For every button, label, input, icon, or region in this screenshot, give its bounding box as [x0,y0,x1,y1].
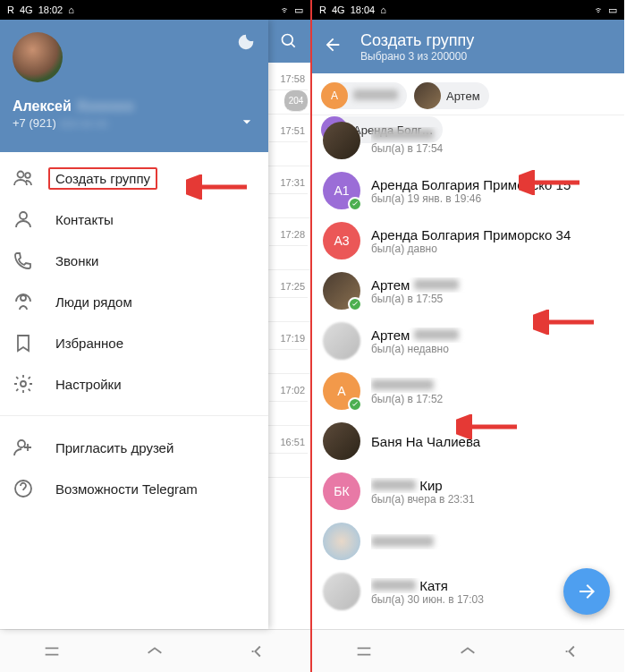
contact-avatar: БК [323,472,360,510]
home-nav-icon[interactable] [458,642,478,661]
night-mode-icon[interactable] [236,32,256,52]
check-icon [348,197,362,211]
back-icon[interactable] [323,35,344,58]
contact-name: Артем [371,277,613,293]
contact-row[interactable]: был(а) в 17:54 [312,115,624,166]
expand-icon[interactable] [238,113,256,134]
check-icon [348,297,362,311]
contact-row[interactable]: Артем был(а) недавно [312,316,624,366]
contacts-list[interactable]: был(а) в 17:54А1Аренда Болгария Приморск… [312,115,624,629]
menu-item-invite[interactable]: Пригласить друзей [0,427,268,468]
menu-label: Избранное [55,336,123,351]
drawer-menu: Создать группуКонтактыЗвонкиЛюди рядомИз… [0,152,268,410]
signal-net: 4G [20,4,33,15]
user-avatar[interactable] [13,32,63,82]
chip-label [353,89,398,103]
contact-row[interactable] [312,516,624,566]
contact-avatar [323,322,360,360]
contact-name [371,534,613,549]
user-name-blur: Xxxxxxx [77,98,134,115]
search-icon-bg[interactable] [266,20,310,63]
menu-item-gear[interactable]: Настройки [0,363,268,404]
selected-chip[interactable]: А [321,82,407,109]
menu-label: Звонки [55,253,98,268]
contact-row[interactable]: БК Кирбыл(а) вчера в 23:31 [312,466,624,516]
menu-divider [0,415,268,416]
contact-name: Баня На Чалиева [371,434,613,449]
menu-label: Возможности Telegram [55,481,198,497]
chatlist-background: 17:5820417:5117:3117:2817:2517:1917:0216… [266,20,310,629]
svg-point-6 [18,440,25,447]
recent-icon[interactable] [42,642,62,661]
user-name: Алексей [13,98,72,115]
status-bar: R4G18:02⌂ ᯤ▭ [0,0,310,20]
contact-avatar [323,422,360,460]
signal-r: R [319,4,326,15]
svg-point-4 [21,295,26,301]
menu-item-help[interactable]: Возможности Telegram [0,468,268,509]
user-phone-blur: xxx-xx-xx [59,116,107,130]
user-phone: +7 (921) [13,116,56,130]
appbar: Создать группу Выбрано 3 из 200000 [312,20,624,73]
battery-icon: ▭ [608,4,617,16]
wifi-icon: ᯤ [281,4,291,15]
confirm-fab[interactable] [563,568,610,615]
signal-net: 4G [332,4,345,15]
selected-chip[interactable]: Артем [414,82,489,109]
home-icon: ⌂ [380,4,386,15]
contact-avatar [323,272,360,310]
contact-status: был(а) в 17:54 [371,142,613,155]
chip-avatar: А [321,82,348,109]
menu-item-person[interactable]: Контакты [0,199,268,240]
contact-status: был(а) вчера в 23:31 [371,493,613,506]
recent-icon[interactable] [354,642,374,661]
back-nav-icon[interactable] [249,642,268,661]
contact-row[interactable]: Баня На Чалиева [312,416,624,466]
svg-point-2 [25,173,30,178]
contact-name [371,378,613,393]
contact-status: был(а) давно [371,242,613,255]
clock: 18:02 [38,4,63,15]
screen-drawer: R4G18:02⌂ ᯤ▭ 17:5820417:5117:3117:2817:2… [0,0,312,672]
chip-avatar [414,82,441,109]
contact-name: Аренда Болгария Приморско 15 [371,177,613,192]
drawer-header: АлексейXxxxxxx +7 (921) xxx-xx-xx [0,20,268,152]
android-navbar [0,629,310,672]
menu-label: Люди рядом [55,294,132,310]
drawer-menu-extra: Пригласить друзейВозможности Telegram [0,421,268,515]
contact-row[interactable]: А1Аренда Болгария Приморско 15был(а) 19 … [312,166,624,216]
check-icon [348,397,362,412]
status-bar: R4G18:04⌂ ᯤ▭ [312,0,624,20]
contact-avatar: А1 [323,172,360,209]
contact-row[interactable]: А3Аренда Болгария Приморско 34был(а) дав… [312,216,624,266]
svg-point-3 [20,212,27,219]
contact-status: был(а) недавно [371,343,613,355]
contact-status: был(а) в 17:52 [371,393,613,405]
home-nav-icon[interactable] [145,642,165,661]
contact-name [371,127,613,142]
menu-item-group[interactable]: Создать группу [0,157,268,199]
menu-label: Пригласить друзей [55,440,173,455]
menu-item-nearby[interactable]: Люди рядом [0,281,268,322]
contact-avatar [323,573,360,610]
contact-avatar [323,523,360,560]
menu-label: Настройки [55,377,122,392]
contact-avatar: А [323,372,360,410]
clock: 18:04 [351,4,376,15]
contact-name: Кир [371,478,613,493]
contact-name: Аренда Болгария Приморско 34 [371,227,613,242]
menu-item-bookmark[interactable]: Избранное [0,322,268,363]
menu-item-phone[interactable]: Звонки [0,240,268,281]
contact-row[interactable]: Артем был(а) в 17:55 [312,266,624,316]
contact-avatar: А3 [323,222,360,259]
page-subtitle: Выбрано 3 из 200000 [360,50,474,63]
chip-label: Артем [446,89,480,103]
contact-row[interactable]: Абыл(а) в 17:52 [312,366,624,416]
battery-icon: ▭ [294,4,303,16]
contact-status: был(а) в 17:55 [371,293,613,305]
nav-drawer: АлексейXxxxxxx +7 (921) xxx-xx-xx Создат… [0,20,268,629]
back-nav-icon[interactable] [563,642,582,661]
svg-point-0 [282,35,292,46]
contact-name: Артем [371,327,613,343]
android-navbar [312,629,624,672]
